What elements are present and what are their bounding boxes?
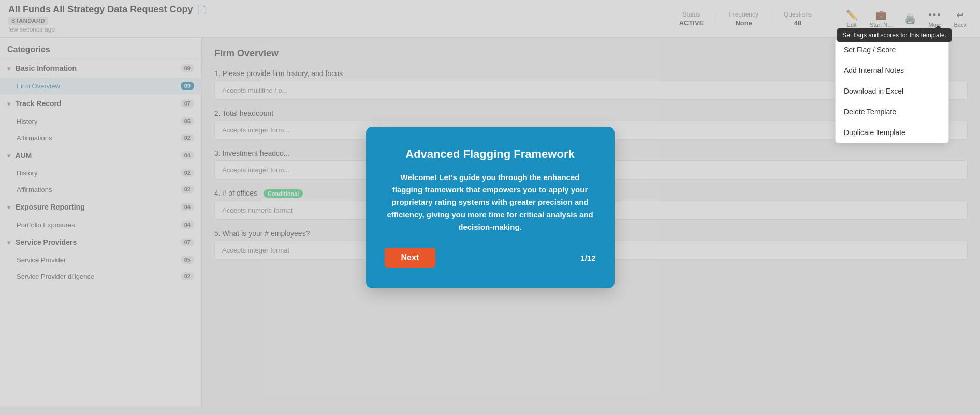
tooltip-text: Set flags and scores for this template. [842, 32, 946, 39]
modal-footer: Next 1/12 [385, 248, 596, 268]
modal-title: Advanced Flagging Framework [385, 147, 596, 161]
modal-body: Welcome! Let's guide you through the enh… [385, 171, 596, 233]
modal-pagination: 1/12 [580, 254, 595, 262]
dropdown-delete-template[interactable]: Delete Template [836, 101, 948, 122]
dropdown-set-flag[interactable]: Set Flag / Score [836, 39, 948, 60]
dropdown-duplicate-template[interactable]: Duplicate Template [836, 122, 948, 143]
tooltip-box: Set flags and scores for this template. [837, 28, 952, 42]
modal-overlay: Advanced Flagging Framework Welcome! Let… [0, 0, 980, 406]
dropdown-add-notes[interactable]: Add Internal Notes [836, 60, 948, 81]
modal-dialog: Advanced Flagging Framework Welcome! Let… [366, 127, 615, 288]
dropdown-menu: Set Flag / Score Add Internal Notes Down… [835, 39, 949, 143]
dropdown-download-excel[interactable]: Download in Excel [836, 81, 948, 101]
modal-next-button[interactable]: Next [385, 248, 436, 268]
